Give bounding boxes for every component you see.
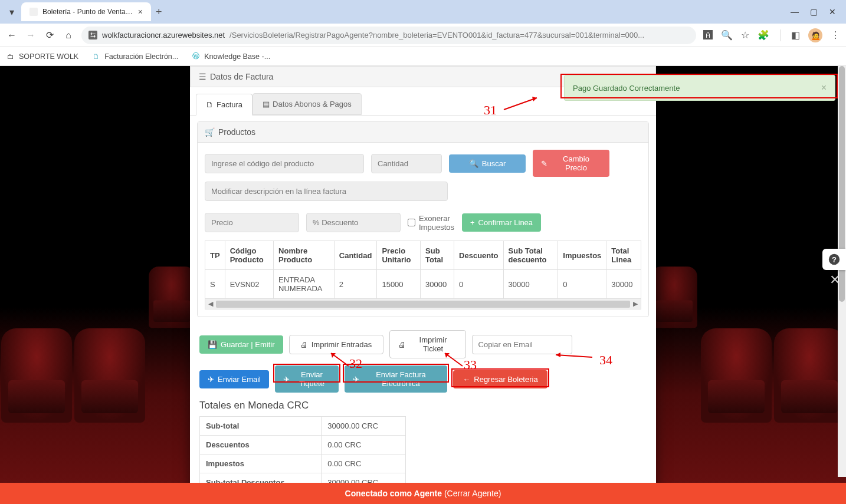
regresar-button[interactable]: ← Regresar Boleteria — [453, 370, 547, 388]
bookmark-soporte[interactable]: 🗀 SOPORTE WOLK — [6, 52, 78, 61]
totals-row: Sub-total30000.00 CRC — [200, 417, 406, 436]
menu-icon[interactable]: ⋮ — [831, 29, 840, 41]
button-label: Confirmar Linea — [478, 218, 533, 227]
col-codigo: Código Producto — [225, 241, 273, 270]
extensions-icon[interactable]: 🧩 — [758, 29, 769, 41]
close-icon[interactable]: × — [138, 7, 143, 17]
new-tab-button[interactable]: + — [156, 6, 162, 18]
invoice-card: ☰ Datos de Factura 🗋 Factura ▤ Datos Abo… — [190, 66, 656, 504]
checkbox-label: Exonerar Impuestos — [419, 214, 455, 232]
cell-codigo: EVSN02 — [225, 270, 273, 299]
button-label: Enviar Email — [218, 375, 261, 384]
search-button[interactable]: 🔍 Buscar — [449, 154, 526, 173]
cell-impuestos: 0 — [558, 270, 606, 299]
price-input[interactable] — [205, 213, 299, 232]
totals-row: Impuestos0.00 CRC — [200, 454, 406, 473]
print-icon: 🖨 — [300, 340, 308, 349]
confirm-line-button[interactable]: + Confirmar Linea — [462, 213, 541, 232]
forward-icon[interactable]: → — [25, 29, 37, 41]
button-label: Imprimir Ticket — [409, 335, 457, 353]
scroll-right-icon[interactable]: ▶ — [630, 300, 641, 308]
browser-tab-strip: ▾ Boletería - Punto de Venta Wolk × + — … — [0, 0, 846, 24]
close-window-icon[interactable]: ✕ — [828, 8, 837, 16]
address-bar[interactable]: ⇆ wolkfacturacioncr.azurewebsites.net /S… — [81, 27, 696, 44]
tab-abonos[interactable]: ▤ Datos Abonos & Pagos — [253, 93, 362, 115]
col-subtotal-desc: Sub Total descuento — [503, 241, 558, 270]
bookmark-label: Knowledge Base -... — [204, 52, 270, 61]
imprimir-entradas-button[interactable]: 🖨 Imprimir Entradas — [289, 335, 383, 354]
totals-value: 0.00 CRC — [322, 436, 406, 454]
reload-icon[interactable]: ⟳ — [44, 29, 55, 41]
cerrar-agente-link[interactable]: (Cerrar Agente) — [444, 489, 501, 498]
guardar-button[interactable]: 💾 Guardar | Emitir — [199, 335, 283, 354]
minimize-icon[interactable]: — — [791, 8, 799, 16]
products-title: Productos — [218, 127, 255, 137]
scroll-track[interactable] — [216, 301, 630, 308]
col-impuestos: Impuestos — [558, 241, 606, 270]
separator — [780, 29, 781, 41]
cell-descuento: 0 — [454, 270, 503, 299]
sidepanel-icon[interactable]: ◧ — [791, 29, 800, 41]
print-icon: 🖨 — [398, 340, 406, 349]
maximize-icon[interactable]: ▢ — [809, 8, 818, 16]
quantity-input[interactable] — [371, 154, 442, 173]
tab-factura[interactable]: 🗋 Factura — [196, 94, 253, 116]
col-tp: TP — [205, 241, 225, 270]
list-icon: ☰ — [199, 72, 206, 81]
imprimir-ticket-button[interactable]: 🖨 Imprimir Ticket — [389, 330, 466, 358]
enviar-factura-button[interactable]: ✈ Enviar Factura Electrónica — [345, 365, 447, 393]
action-row-2: ✈ Enviar Email ✈ Enviar Tiquete ✈ Enviar… — [190, 365, 656, 400]
totals-value: 0.00 CRC — [322, 454, 406, 473]
close-icon[interactable]: ✕ — [829, 272, 840, 288]
save-icon: 💾 — [208, 340, 217, 349]
translate-icon[interactable]: 🅰 — [703, 30, 713, 41]
cell-cantidad: 2 — [334, 270, 377, 299]
help-badge[interactable]: ? — [822, 249, 846, 270]
exonerar-checkbox[interactable] — [408, 219, 415, 226]
tab-label: Factura — [217, 100, 242, 109]
discount-input[interactable] — [306, 213, 401, 232]
site-info-icon[interactable]: ⇆ — [88, 31, 97, 39]
tab-label: Datos Abonos & Pagos — [273, 100, 352, 108]
bookmark-facturacion[interactable]: 🗋 Facturación Electrón... — [91, 52, 178, 61]
file-icon: 🗋 — [206, 100, 214, 109]
totals-value: 30000.00 CRC — [322, 417, 406, 436]
cell-nombre: ENTRADA NUMERADA — [274, 270, 335, 299]
table-row[interactable]: S EVSN02 ENTRADA NUMERADA 2 15000 30000 … — [205, 270, 641, 299]
totals-label: Descuentos — [200, 436, 322, 454]
button-label: Enviar Factura Electrónica — [363, 370, 439, 388]
cell-subtotal-desc: 30000 — [503, 270, 558, 299]
totals-title: Totales en Moneda CRC — [190, 400, 656, 411]
enviar-tiquete-button[interactable]: ✈ Enviar Tiquete — [275, 365, 339, 393]
chevron-down-icon[interactable]: ▾ — [5, 5, 19, 19]
back-icon[interactable]: ← — [6, 29, 18, 41]
exonerar-checkbox-label[interactable]: Exonerar Impuestos — [408, 214, 455, 232]
send-icon: ✈ — [208, 375, 214, 384]
bookmark-kb[interactable]: Ⓦ Knowledge Base -... — [191, 52, 270, 61]
edit-icon: ✎ — [541, 159, 547, 168]
product-code-input[interactable] — [205, 154, 364, 173]
change-price-button[interactable]: ✎ Cambio Precio — [533, 150, 609, 177]
table-horizontal-scrollbar[interactable]: ◀ ▶ — [205, 299, 641, 309]
agent-footer: Conectado como Agente (Cerrar Agente) — [0, 483, 846, 504]
scroll-left-icon[interactable]: ◀ — [205, 300, 216, 308]
star-icon[interactable]: ☆ — [741, 29, 749, 41]
col-total: Total Linea — [606, 241, 641, 270]
cart-icon: 🛒 — [205, 127, 215, 137]
cell-total: 30000 — [606, 270, 641, 299]
email-input[interactable] — [472, 335, 572, 354]
cell-tp: S — [205, 270, 225, 299]
button-label: Cambio Precio — [551, 154, 601, 172]
button-label: Guardar | Emitir — [221, 340, 275, 349]
enviar-email-button[interactable]: ✈ Enviar Email — [199, 370, 269, 388]
folder-icon: 🗀 — [6, 52, 15, 61]
zoom-icon[interactable]: 🔍 — [721, 29, 733, 41]
browser-tab[interactable]: Boletería - Punto de Venta Wolk × — [21, 2, 151, 21]
home-icon[interactable]: ⌂ — [63, 29, 74, 41]
url-path: /ServiciosBoleteria/RegistrarPagoAgente?… — [229, 31, 644, 39]
page-scrollbar[interactable] — [838, 66, 846, 477]
description-input[interactable] — [205, 182, 448, 201]
send-icon: ✈ — [283, 375, 290, 384]
profile-avatar[interactable]: 🙍 — [808, 28, 822, 42]
close-icon[interactable]: × — [821, 83, 827, 93]
